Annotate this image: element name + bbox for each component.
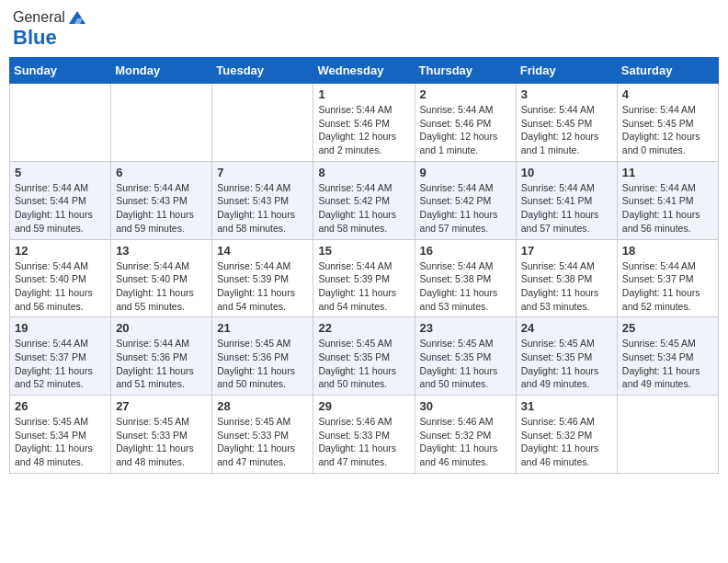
calendar-cell: 20Sunrise: 5:44 AM Sunset: 5:36 PM Dayli…: [111, 317, 212, 396]
calendar-cell: 3Sunrise: 5:44 AM Sunset: 5:45 PM Daylig…: [516, 84, 617, 162]
calendar-cell: 5Sunrise: 5:44 AM Sunset: 5:44 PM Daylig…: [10, 161, 111, 239]
calendar-table: SundayMondayTuesdayWednesdayThursdayFrid…: [9, 57, 719, 474]
day-info: Sunrise: 5:44 AM Sunset: 5:39 PM Dayligh…: [217, 259, 308, 314]
day-header-saturday: Saturday: [617, 58, 718, 84]
day-number: 4: [622, 87, 713, 101]
calendar-cell: 12Sunrise: 5:44 AM Sunset: 5:40 PM Dayli…: [10, 239, 111, 317]
day-info: Sunrise: 5:45 AM Sunset: 5:34 PM Dayligh…: [622, 337, 713, 391]
calendar-cell: 22Sunrise: 5:45 AM Sunset: 5:35 PM Dayli…: [313, 317, 415, 396]
day-number: 1: [318, 87, 409, 101]
day-number: 12: [15, 244, 106, 258]
calendar-cell: 18Sunrise: 5:44 AM Sunset: 5:37 PM Dayli…: [617, 239, 718, 317]
day-info: Sunrise: 5:44 AM Sunset: 5:41 PM Dayligh…: [521, 181, 612, 236]
calendar-header-row: SundayMondayTuesdayWednesdayThursdayFrid…: [10, 58, 719, 84]
day-info: Sunrise: 5:45 AM Sunset: 5:36 PM Dayligh…: [217, 337, 308, 391]
day-number: 28: [217, 399, 308, 413]
calendar-cell: 14Sunrise: 5:44 AM Sunset: 5:39 PM Dayli…: [212, 239, 313, 317]
day-info: Sunrise: 5:44 AM Sunset: 5:40 PM Dayligh…: [116, 259, 207, 314]
day-info: Sunrise: 5:44 AM Sunset: 5:41 PM Dayligh…: [622, 181, 713, 236]
day-number: 5: [15, 166, 106, 179]
calendar-week-row: 5Sunrise: 5:44 AM Sunset: 5:44 PM Daylig…: [10, 161, 719, 239]
day-number: 24: [521, 321, 612, 335]
day-info: Sunrise: 5:44 AM Sunset: 5:42 PM Dayligh…: [318, 181, 409, 236]
day-info: Sunrise: 5:44 AM Sunset: 5:46 PM Dayligh…: [318, 103, 409, 157]
calendar-cell: 25Sunrise: 5:45 AM Sunset: 5:34 PM Dayli…: [617, 317, 718, 396]
day-number: 2: [420, 87, 511, 101]
day-number: 18: [622, 244, 713, 258]
calendar-cell: 7Sunrise: 5:44 AM Sunset: 5:43 PM Daylig…: [212, 161, 313, 239]
day-number: 22: [318, 321, 409, 335]
logo-icon: [67, 9, 87, 26]
day-number: 9: [420, 166, 511, 179]
day-info: Sunrise: 5:44 AM Sunset: 5:43 PM Dayligh…: [217, 181, 308, 236]
day-info: Sunrise: 5:44 AM Sunset: 5:42 PM Dayligh…: [420, 181, 511, 236]
day-info: Sunrise: 5:46 AM Sunset: 5:32 PM Dayligh…: [420, 415, 511, 469]
calendar-cell: [617, 396, 718, 474]
day-number: 16: [420, 244, 511, 258]
calendar-cell: 19Sunrise: 5:44 AM Sunset: 5:37 PM Dayli…: [10, 317, 111, 396]
day-number: 20: [116, 321, 207, 335]
day-number: 3: [521, 87, 612, 101]
day-number: 23: [420, 321, 511, 335]
day-number: 25: [622, 321, 713, 335]
calendar-cell: 11Sunrise: 5:44 AM Sunset: 5:41 PM Dayli…: [617, 161, 718, 239]
day-info: Sunrise: 5:46 AM Sunset: 5:32 PM Dayligh…: [521, 415, 612, 469]
day-header-sunday: Sunday: [10, 58, 111, 84]
day-info: Sunrise: 5:45 AM Sunset: 5:35 PM Dayligh…: [521, 337, 612, 391]
day-number: 30: [420, 399, 511, 413]
day-info: Sunrise: 5:45 AM Sunset: 5:35 PM Dayligh…: [318, 337, 409, 391]
calendar-cell: 1Sunrise: 5:44 AM Sunset: 5:46 PM Daylig…: [313, 84, 415, 162]
day-header-tuesday: Tuesday: [212, 58, 313, 84]
calendar-cell: 2Sunrise: 5:44 AM Sunset: 5:46 PM Daylig…: [415, 84, 516, 162]
day-info: Sunrise: 5:44 AM Sunset: 5:45 PM Dayligh…: [622, 103, 713, 157]
day-number: 13: [116, 244, 207, 258]
day-number: 31: [521, 399, 612, 413]
day-info: Sunrise: 5:44 AM Sunset: 5:43 PM Dayligh…: [116, 181, 207, 236]
day-header-friday: Friday: [516, 58, 617, 84]
calendar-cell: 10Sunrise: 5:44 AM Sunset: 5:41 PM Dayli…: [516, 161, 617, 239]
day-number: 26: [15, 399, 106, 413]
day-number: 6: [116, 166, 207, 179]
day-info: Sunrise: 5:45 AM Sunset: 5:33 PM Dayligh…: [116, 415, 207, 469]
day-number: 11: [622, 166, 713, 179]
calendar-week-row: 12Sunrise: 5:44 AM Sunset: 5:40 PM Dayli…: [10, 239, 719, 317]
calendar-cell: 29Sunrise: 5:46 AM Sunset: 5:33 PM Dayli…: [313, 396, 415, 474]
calendar-cell: 15Sunrise: 5:44 AM Sunset: 5:39 PM Dayli…: [313, 239, 415, 317]
day-info: Sunrise: 5:44 AM Sunset: 5:36 PM Dayligh…: [116, 337, 207, 391]
page-header: General Blue: [9, 9, 719, 50]
day-info: Sunrise: 5:44 AM Sunset: 5:46 PM Dayligh…: [420, 103, 511, 157]
day-header-monday: Monday: [111, 58, 212, 84]
calendar-cell: 23Sunrise: 5:45 AM Sunset: 5:35 PM Dayli…: [415, 317, 516, 396]
day-info: Sunrise: 5:44 AM Sunset: 5:40 PM Dayligh…: [15, 259, 106, 314]
calendar-cell: 16Sunrise: 5:44 AM Sunset: 5:38 PM Dayli…: [415, 239, 516, 317]
day-number: 27: [116, 399, 207, 413]
day-info: Sunrise: 5:44 AM Sunset: 5:39 PM Dayligh…: [318, 259, 409, 314]
calendar-cell: 9Sunrise: 5:44 AM Sunset: 5:42 PM Daylig…: [415, 161, 516, 239]
day-number: 29: [318, 399, 409, 413]
calendar-cell: [111, 84, 212, 162]
day-number: 7: [217, 166, 308, 179]
day-info: Sunrise: 5:44 AM Sunset: 5:44 PM Dayligh…: [15, 181, 106, 236]
calendar-cell: 4Sunrise: 5:44 AM Sunset: 5:45 PM Daylig…: [617, 84, 718, 162]
day-info: Sunrise: 5:45 AM Sunset: 5:33 PM Dayligh…: [217, 415, 308, 469]
calendar-cell: 17Sunrise: 5:44 AM Sunset: 5:38 PM Dayli…: [516, 239, 617, 317]
calendar-cell: 6Sunrise: 5:44 AM Sunset: 5:43 PM Daylig…: [111, 161, 212, 239]
day-header-thursday: Thursday: [415, 58, 516, 84]
calendar-cell: 13Sunrise: 5:44 AM Sunset: 5:40 PM Dayli…: [111, 239, 212, 317]
day-info: Sunrise: 5:44 AM Sunset: 5:38 PM Dayligh…: [420, 259, 511, 314]
day-info: Sunrise: 5:46 AM Sunset: 5:33 PM Dayligh…: [318, 415, 409, 469]
day-number: 10: [521, 166, 612, 179]
day-header-wednesday: Wednesday: [313, 58, 415, 84]
calendar-week-row: 26Sunrise: 5:45 AM Sunset: 5:34 PM Dayli…: [10, 396, 719, 474]
day-info: Sunrise: 5:44 AM Sunset: 5:37 PM Dayligh…: [15, 337, 106, 391]
day-info: Sunrise: 5:44 AM Sunset: 5:38 PM Dayligh…: [521, 259, 612, 314]
logo: General Blue: [13, 9, 87, 50]
calendar-cell: 26Sunrise: 5:45 AM Sunset: 5:34 PM Dayli…: [10, 396, 111, 474]
day-number: 17: [521, 244, 612, 258]
day-info: Sunrise: 5:44 AM Sunset: 5:37 PM Dayligh…: [622, 259, 713, 314]
calendar-week-row: 1Sunrise: 5:44 AM Sunset: 5:46 PM Daylig…: [10, 84, 719, 162]
calendar-cell: 28Sunrise: 5:45 AM Sunset: 5:33 PM Dayli…: [212, 396, 313, 474]
logo-general-text: General: [13, 9, 65, 26]
calendar-cell: 8Sunrise: 5:44 AM Sunset: 5:42 PM Daylig…: [313, 161, 415, 239]
calendar-cell: 31Sunrise: 5:46 AM Sunset: 5:32 PM Dayli…: [516, 396, 617, 474]
